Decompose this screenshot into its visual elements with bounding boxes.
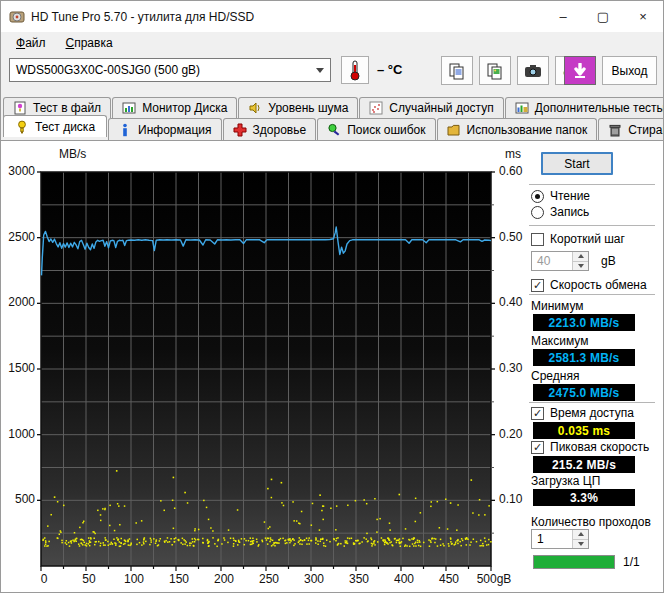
tab-error-scan[interactable]: Поиск ошибок [317,118,435,140]
close-button[interactable]: × [623,1,663,32]
access-time-dot [192,541,194,543]
maximize-button[interactable]: ▢ [583,1,623,32]
access-time-dot [127,539,129,541]
access-time-dot [374,544,376,546]
access-time-dot [431,501,433,503]
access-time-dot [365,538,367,540]
access-time-dot [94,533,96,535]
access-time-dot [125,541,127,543]
tab-erase[interactable]: Стирание [598,118,664,140]
copy-text-button[interactable] [441,56,473,85]
access-time-dot [335,529,337,531]
access-time-dot [269,541,271,543]
tab-extra-tests[interactable]: Дополнительные тесты [505,97,664,118]
y-left-tick-label: 2000 [3,295,35,309]
y-right-tick-label: 0.60 [499,164,522,178]
access-time-dot [203,500,205,502]
burst-rate-checkbox[interactable]: ✓ Пиковая скорость [531,440,649,454]
access-time-dot [235,541,237,543]
tab-random-access[interactable]: Случайный доступ [359,97,503,118]
access-time-dot [398,539,400,541]
access-time-dot [198,529,200,531]
pass-count-label: Количество проходов [531,515,651,529]
access-time-dot [44,537,45,539]
erase-trash-icon [608,123,622,137]
access-time-dot [484,537,486,539]
access-time-dot [116,470,118,472]
access-time-dot [344,545,346,547]
stepper-down[interactable] [573,262,588,271]
access-time-dot [315,537,317,539]
access-time-dot [271,545,273,547]
access-time-dot [409,546,411,548]
tab-info[interactable]: Информация [108,118,221,140]
access-time-checkbox[interactable]: ✓ Время доступа [531,406,634,420]
copy-image-button[interactable] [479,56,511,85]
temperature-button[interactable] [341,56,369,84]
access-time-dot [417,542,419,544]
access-time-dot [189,542,191,544]
access-time-dot [271,479,273,481]
screenshot-button[interactable] [517,56,549,85]
read-radio[interactable]: Чтение [531,189,590,203]
menu-file[interactable]: Файл [9,34,53,52]
tab-disk-monitor[interactable]: Монитор Диска [112,97,237,118]
access-time-dot [184,543,186,545]
transfer-rate-checkbox[interactable]: ✓ Скорость обмена [531,278,647,292]
tab-disk-benchmark[interactable]: Тест диска [3,115,107,137]
access-time-dot [244,538,246,540]
access-time-dot [115,543,117,545]
access-time-dot [282,538,284,540]
access-time-dot [212,537,214,539]
tab-noise-level[interactable]: Уровень шума [238,97,358,118]
access-time-dot [115,544,117,546]
access-time-dot [76,538,78,540]
access-time-dot [187,502,189,504]
short-stride-checkbox[interactable]: Короткий шаг [531,232,625,246]
start-button[interactable]: Start [541,152,613,175]
y-right-axis-title: ms [505,147,521,161]
progress-bar [533,555,615,569]
stepper-up[interactable] [573,252,588,262]
write-radio[interactable]: Запись [531,205,589,219]
access-time-dot [414,543,416,545]
x-tick-label: 500gB [471,572,517,586]
checkbox-icon: ✓ [531,279,544,292]
access-time-dot [150,541,152,543]
menu-help[interactable]: Справка [59,34,120,52]
stepper-down[interactable] [573,540,588,549]
minimize-button[interactable]: – [543,1,583,32]
access-time-dot [145,541,147,543]
access-time-dot [102,508,104,510]
access-time-dot [155,541,157,543]
access-time-dot [371,545,373,547]
access-time-dot [175,537,177,539]
stepper-up[interactable] [573,530,588,540]
access-time-dot [290,540,292,542]
toolbar: WDS500G3X0C-00SJG0 (500 gB) – °C [1,53,663,93]
access-time-dot [294,543,296,545]
access-time-dot [448,545,450,547]
stride-stepper[interactable]: 40 [531,251,589,271]
access-time-dot [104,544,106,546]
access-time-dot [439,527,441,529]
drive-select[interactable]: WDS500G3X0C-00SJG0 (500 gB) [9,58,331,82]
pass-count-stepper[interactable]: 1 [531,529,589,549]
access-time-dot [408,539,410,541]
tab-health[interactable]: Здоровье [223,118,317,140]
access-time-dot [256,539,258,541]
save-results-button[interactable] [564,56,596,85]
exit-button[interactable]: Выход [602,56,657,85]
checkbox-icon [531,233,544,246]
x-tick-label: 100 [111,572,157,586]
access-time-dot [386,542,388,544]
tab-folder-usage[interactable]: Использование папок [437,118,598,140]
access-time-dot [381,537,383,539]
access-time-dot [173,528,175,530]
access-time-dot [415,498,417,500]
avg-label: Средняя [531,369,579,383]
access-time-dot [275,542,277,544]
access-time-dot [428,539,430,541]
access-time-dot [434,542,436,544]
access-time-dot [296,520,298,522]
